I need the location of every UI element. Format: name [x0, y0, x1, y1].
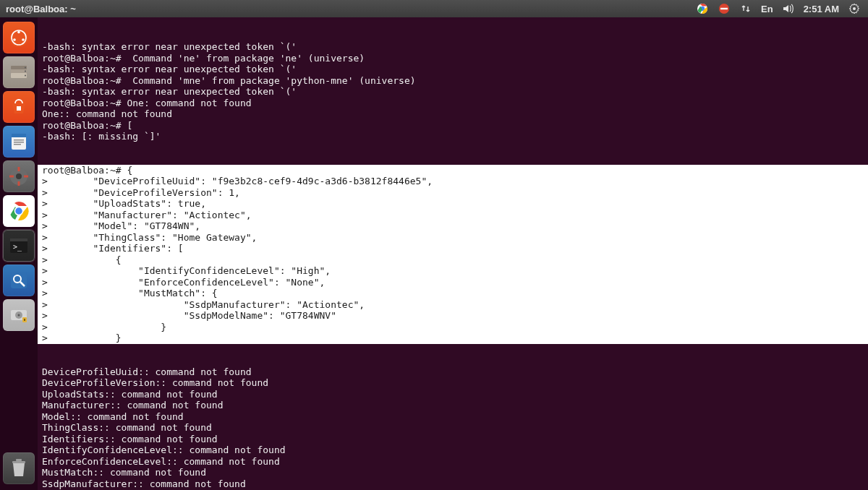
- svg-rect-11: [11, 69, 27, 73]
- terminal-line: > }: [42, 332, 865, 344]
- terminal-line: DeviceProfileVersion:: command not found: [42, 377, 865, 389]
- svg-rect-20: [14, 142, 24, 143]
- dash-icon[interactable]: [3, 22, 35, 53]
- system-tray: En 2:51 AM: [696, 2, 867, 15]
- svg-rect-19: [14, 139, 24, 141]
- terminal-line: > "MustMatch": {: [42, 288, 865, 299]
- terminal-line: SsdpManufacturer:: command not found: [42, 478, 865, 490]
- files-icon[interactable]: [3, 56, 35, 88]
- terminal-line: > "ThingClass": "Home Gateway",: [42, 232, 865, 244]
- svg-text:>_: >_: [13, 243, 22, 252]
- software-center-icon[interactable]: [3, 91, 35, 123]
- libreoffice-writer-icon[interactable]: [3, 126, 35, 158]
- chrome-icon[interactable]: [3, 195, 35, 227]
- svg-point-7: [17, 31, 20, 34]
- terminal-line: UploadStats:: command not found: [42, 389, 865, 400]
- disk-utility-icon[interactable]: [3, 299, 35, 331]
- svg-point-23: [16, 173, 22, 179]
- terminal-line: > "DeviceProfileUuid": "f9e3b2c8-cef9-4d…: [42, 176, 865, 187]
- terminal-line: -bash: syntax error near unexpected toke…: [42, 41, 865, 53]
- terminal-output-pre: -bash: syntax error near unexpected toke…: [42, 41, 865, 142]
- svg-rect-21: [14, 144, 21, 145]
- terminal-line: > "EnforceConfidenceLevel": "None",: [42, 277, 865, 288]
- terminal-line: > "UploadStats": true,: [42, 198, 865, 210]
- session-gear-icon[interactable]: [848, 2, 861, 15]
- terminal-line: -bash: syntax error near unexpected toke…: [42, 86, 865, 98]
- terminal-line: ThingClass:: command not found: [42, 422, 865, 434]
- terminal-line: -bash: [: missing `]': [42, 131, 865, 142]
- terminal-icon[interactable]: >_: [3, 230, 35, 262]
- svg-rect-43: [16, 459, 22, 461]
- svg-rect-3: [720, 8, 728, 9]
- terminal-line: EnforceConfidenceLevel:: command not fou…: [42, 456, 865, 468]
- svg-rect-32: [10, 238, 27, 241]
- svg-point-39: [18, 314, 20, 317]
- top-panel: root@Balboa: ~ En 2:51 AM: [0, 0, 868, 17]
- terminal-line: > }: [42, 322, 865, 333]
- terminal-line: > "IdentifyConfidenceLevel": "High",: [42, 265, 865, 277]
- search-tool-icon[interactable]: [3, 265, 35, 296]
- terminal-line: -bash: syntax error near unexpected toke…: [42, 64, 865, 75]
- settings-icon[interactable]: [3, 160, 35, 192]
- terminal-line: IdentifyConfidenceLevel:: command not fo…: [42, 444, 865, 456]
- terminal-line: > "SsdpManufacturer": "Actiontec",: [42, 299, 865, 311]
- unity-launcher: >_: [0, 17, 38, 490]
- svg-rect-10: [11, 66, 27, 69]
- svg-point-9: [22, 38, 25, 41]
- terminal-line: Identifiers:: command not found: [42, 434, 865, 445]
- terminal-line: root@Balboa:~# One: command not found: [42, 98, 865, 109]
- terminal-line: > {: [42, 254, 865, 266]
- svg-rect-12: [11, 73, 27, 78]
- network-updown-icon[interactable]: [739, 2, 752, 15]
- terminal-line: root@Balboa:~# {: [42, 165, 865, 176]
- terminal-line: Model:: command not found: [42, 411, 865, 423]
- volume-icon[interactable]: [782, 2, 795, 15]
- terminal-line: > "SsdpModelName": "GT784WNV": [42, 310, 865, 322]
- svg-point-15: [25, 75, 26, 77]
- svg-point-4: [853, 7, 856, 10]
- terminal-line: > "Manufacturer": "Actiontec",: [42, 210, 865, 221]
- svg-point-13: [25, 67, 26, 69]
- svg-rect-16: [17, 106, 21, 111]
- trash-icon[interactable]: [3, 452, 35, 484]
- terminal-window[interactable]: -bash: syntax error near unexpected toke…: [38, 17, 868, 490]
- svg-rect-18: [12, 134, 26, 137]
- chrome-indicator-icon[interactable]: [696, 2, 709, 15]
- keyboard-indicator[interactable]: En: [761, 4, 773, 14]
- svg-point-14: [25, 71, 26, 72]
- svg-rect-42: [12, 461, 25, 463]
- terminal-line: root@Balboa:~# Command 'mne' from packag…: [42, 75, 865, 87]
- terminal-output-post: DeviceProfileUuid:: command not foundDev…: [42, 366, 865, 491]
- terminal-line: > "Model": "GT784WN",: [42, 220, 865, 232]
- terminal-line: root@Balboa:~# [: [42, 120, 865, 132]
- terminal-line: Manufacturer:: command not found: [42, 400, 865, 411]
- terminal-line: root@Balboa:~# Command 'ne' from package…: [42, 53, 865, 64]
- terminal-selection: root@Balboa:~# {> "DeviceProfileUuid": "…: [38, 165, 868, 344]
- terminal-line: > "Identifiers": [: [42, 243, 865, 254]
- svg-point-30: [15, 207, 23, 215]
- terminal-line: MustMatch:: command not found: [42, 467, 865, 478]
- svg-point-8: [13, 38, 16, 41]
- terminal-line: DeviceProfileUuid:: command not found: [42, 366, 865, 378]
- svg-rect-41: [24, 319, 25, 321]
- window-title: root@Balboa: ~: [1, 4, 76, 14]
- terminal-line: > "DeviceProfileVersion": 1,: [42, 187, 865, 199]
- no-entry-icon[interactable]: [718, 2, 731, 15]
- terminal-line: One:: command not found: [42, 108, 865, 120]
- clock[interactable]: 2:51 AM: [804, 4, 839, 14]
